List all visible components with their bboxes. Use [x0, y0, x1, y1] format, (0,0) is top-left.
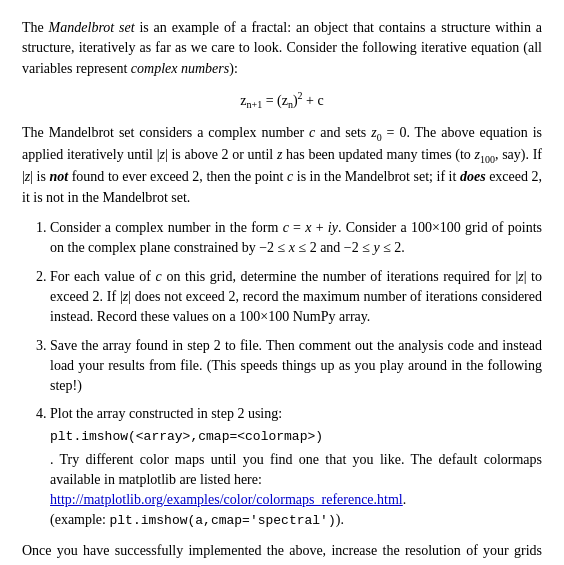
step-4: Plot the array constructed in step 2 usi…	[50, 404, 542, 531]
resolution-text: Once you have successfully implemented t…	[22, 543, 542, 565]
main-content: The Mandelbrot set is an example of a fr…	[22, 18, 542, 565]
intro-text-end: ):	[229, 61, 238, 76]
complex-numbers-italic: complex numbers	[131, 61, 229, 76]
para2-start: The Mandelbrot set considers a complex n…	[22, 125, 542, 205]
steps-list: Consider a complex number in the form c …	[50, 218, 542, 531]
matplotlib-link[interactable]: http://matplotlib.org/examples/color/col…	[50, 492, 403, 507]
second-paragraph: The Mandelbrot set considers a complex n…	[22, 123, 542, 208]
intro-paragraph: The Mandelbrot set is an example of a fr…	[22, 18, 542, 79]
equation-block: zn+1 = (zn)2 + c	[22, 89, 542, 113]
step4-code2: plt.imshow(a,cmap='spectral')	[109, 513, 335, 528]
step2-text: For each value of c on this grid, determ…	[50, 269, 542, 325]
step1-text: Consider a complex number in the form c …	[50, 220, 542, 255]
step3-text: Save the array found in step 2 to file. …	[50, 338, 542, 394]
equation: zn+1 = (zn)2 + c	[240, 89, 323, 113]
intro-text-before-italic: The	[22, 20, 49, 35]
step-2: For each value of c on this grid, determ…	[50, 267, 542, 328]
resolution-paragraph: Once you have successfully implemented t…	[22, 541, 542, 565]
mandelbrot-set-italic: Mandelbrot set	[49, 20, 135, 35]
step4-text: Plot the array constructed in step 2 usi…	[50, 406, 542, 527]
step-3: Save the array found in step 2 to file. …	[50, 336, 542, 397]
step-1: Consider a complex number in the form c …	[50, 218, 542, 259]
step4-code1: plt.imshow(<array>,cmap=<colormap>)	[50, 428, 542, 447]
